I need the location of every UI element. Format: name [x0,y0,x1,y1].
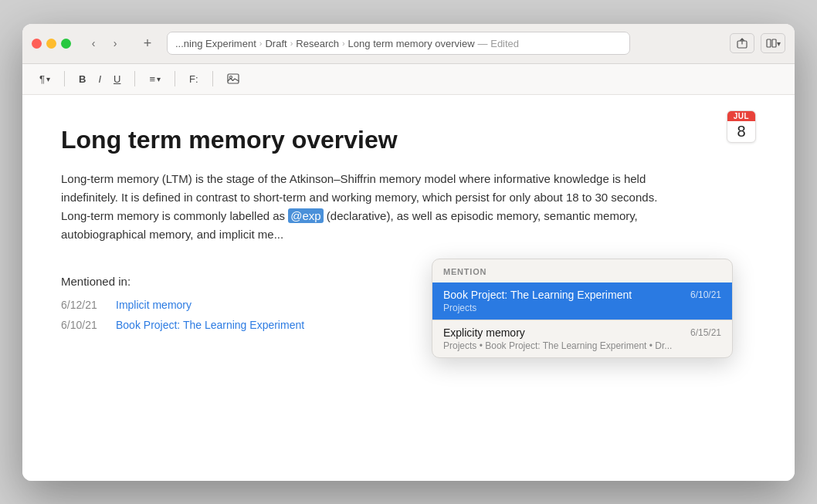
mention-date-2: 6/10/21 [61,319,103,331]
format-group: B I U [74,69,125,89]
mention-link-1[interactable]: Implicit memory [116,299,192,311]
breadcrumb[interactable]: ...ning Experiment › Draft › Research › … [167,32,630,55]
toolbar-divider-3 [175,71,175,86]
calendar-month: JUL [727,111,755,121]
content-area: JUL 8 Long term memory overview Long-ter… [22,95,795,481]
mention-result-2-date: 6/15/21 [690,327,721,338]
back-button[interactable]: ‹ [83,35,103,52]
close-button[interactable] [32,39,42,49]
breadcrumb-sep3: › [342,39,345,48]
breadcrumb-part1: ...ning Experiment [175,38,256,49]
mention-result-2-top: Explicity memory 6/15/21 [443,326,721,339]
nav-buttons: ‹ › [83,35,125,52]
mention-result-2-title: Explicity memory [443,326,525,339]
mention-result-1-top: Book Project: The Learning Experiment 6/… [443,289,721,301]
underline-button[interactable]: U [109,69,125,89]
mention-dropdown-header: MENTION [432,259,732,282]
share-button[interactable] [730,33,754,53]
mention-result-1-subtitle: Projects [443,303,721,313]
mention-link-2[interactable]: Book Project: The Learning Experiment [116,319,304,331]
toolbar-divider-2 [134,71,135,86]
bold-button[interactable]: B [74,69,90,89]
toolbar-divider-4 [212,71,213,86]
window-controls: ▾ [730,33,785,53]
minimize-button[interactable] [46,39,56,49]
format-button[interactable]: F: [185,69,203,89]
breadcrumb-edited: — Edited [478,38,519,49]
svg-rect-3 [228,74,239,83]
calendar-badge: JUL 8 [727,110,756,143]
titlebar: ‹ › + ...ning Experiment › Draft › Resea… [22,24,795,64]
mention-result-2-subtitle: Projects • Book Project: The Learning Ex… [443,340,721,351]
document-title: Long term memory overview [61,126,756,154]
forward-button[interactable]: › [105,35,125,52]
breadcrumb-sep2: › [290,39,293,48]
paragraph-group: ¶ ▾ [35,69,55,89]
breadcrumb-part2: Draft [265,38,286,49]
mention-result-1-date: 6/10/21 [690,289,721,300]
breadcrumb-sep1: › [259,39,263,48]
traffic-lights [32,39,71,49]
maximize-button[interactable] [61,39,71,49]
app-window: ‹ › + ...ning Experiment › Draft › Resea… [22,24,795,481]
paragraph-button[interactable]: ¶ ▾ [35,69,55,89]
calendar-day: 8 [727,121,755,142]
mention-date-1: 6/12/21 [61,299,103,311]
svg-point-4 [229,76,232,79]
breadcrumb-part3: Research [296,38,339,49]
list-group: ≡ ▾ [144,69,165,89]
mention-result-1-title: Book Project: The Learning Experiment [443,289,632,301]
document-body: Long-term memory (LTM) is the stage of t… [61,170,663,244]
new-tab-button[interactable]: + [137,35,158,52]
toolbar: ¶ ▾ B I U ≡ ▾ F: [22,64,795,95]
mention-result-2[interactable]: Explicity memory 6/15/21 Projects • Book… [432,320,732,357]
italic-button[interactable]: I [93,69,106,89]
list-button[interactable]: ≡ ▾ [144,69,165,89]
toolbar-divider-1 [64,71,65,86]
svg-rect-2 [772,39,776,47]
image-button[interactable] [222,69,244,89]
mention-dropdown: MENTION Book Project: The Learning Exper… [432,259,733,358]
svg-rect-1 [767,39,771,47]
mention-trigger[interactable]: @exp [288,208,323,223]
mention-result-1[interactable]: Book Project: The Learning Experiment 6/… [432,282,732,320]
view-button[interactable]: ▾ [761,33,785,53]
breadcrumb-part4: Long term memory overview [348,38,475,49]
